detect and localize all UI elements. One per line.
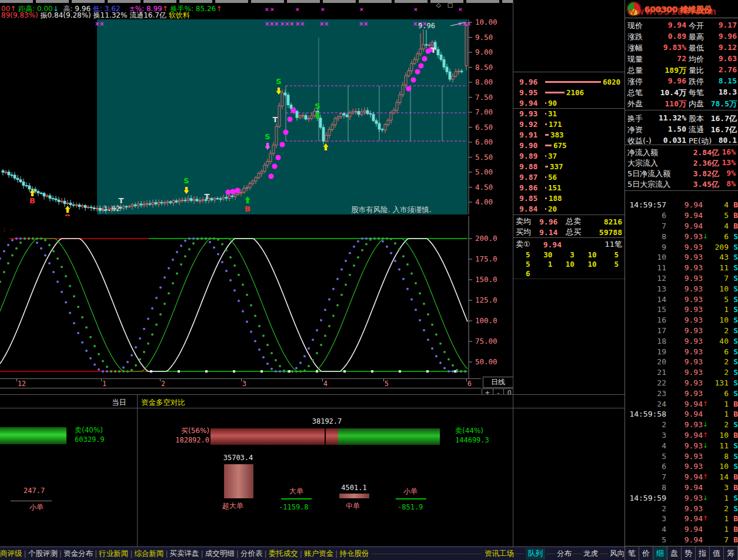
- tick-volume: 209: [710, 243, 729, 252]
- detail-tab-盘[interactable]: 盘: [667, 546, 682, 560]
- ladder-row[interactable]: 9.91383: [513, 129, 625, 140]
- tick-side: S: [729, 263, 738, 272]
- tab-队列[interactable]: 队列: [526, 548, 545, 559]
- kline-chart[interactable]: ××××××××××××××××××××BBTSTBSTSST9.96←3.62…: [0, 18, 513, 216]
- flow-row: 5日净流入额3.82亿9%: [625, 168, 738, 179]
- tab-个股评测[interactable]: 个股评测: [28, 549, 58, 559]
- tick-row: 59.938S: [625, 451, 738, 461]
- detail-tab-笔[interactable]: 笔: [625, 546, 639, 560]
- svg-text:×: ×: [300, 21, 305, 27]
- time-axis[interactable]: 12123456: [0, 378, 481, 388]
- ladder-row[interactable]: 9.966020: [513, 76, 625, 87]
- ladder-row[interactable]: 9.9331: [513, 108, 625, 119]
- info-label: 外盘: [627, 99, 643, 109]
- ladder-price: 9.87: [513, 173, 545, 182]
- tick-row: 99.93209S: [625, 242, 738, 252]
- tick-price: 9.94: [666, 200, 703, 209]
- left-small-val: 247.7: [24, 487, 45, 495]
- group-label: 大单: [289, 487, 303, 497]
- info-value: 9.83%: [650, 43, 686, 52]
- ladder-row[interactable]: 9.90675: [513, 140, 625, 150]
- tick-time: 5: [625, 452, 666, 461]
- tab-买卖详盘[interactable]: 买卖详盘: [170, 549, 199, 559]
- ladder-row[interactable]: 9.92171: [513, 119, 625, 129]
- ladder-volume: 31: [548, 109, 557, 118]
- detail-tab-筹[interactable]: 筹: [724, 546, 738, 560]
- svg-text:5.00: 5.00: [475, 167, 493, 176]
- ladder-row[interactable]: 9.8937: [513, 150, 625, 161]
- tick-volume: 10: [710, 431, 729, 440]
- tick-volume: 6: [710, 232, 729, 241]
- ladder-price: 9.85: [513, 194, 545, 203]
- tick-side: B: [729, 483, 738, 492]
- ladder-row[interactable]: 9.8420: [513, 203, 625, 214]
- tick-price: 9.93: [666, 295, 703, 304]
- info-row: 涨幅9.83%最低9.12: [625, 42, 738, 53]
- info-row: 现价9.94今开9.17: [625, 19, 738, 31]
- ladder-volume-bar: [545, 166, 548, 167]
- tick-price: 9.93: [666, 378, 703, 387]
- ladder-row[interactable]: 9.952106: [513, 87, 625, 98]
- group-label: 超大单: [222, 501, 243, 511]
- ladder-row[interactable]: 9.8756: [513, 172, 625, 182]
- tab-成交明细[interactable]: 成交明细: [205, 549, 235, 559]
- tick-direction-icon: ↓: [703, 494, 710, 502]
- detail-tab-势[interactable]: 势: [682, 546, 696, 560]
- ladder-volume-bar: [545, 145, 552, 146]
- detail-tab-细[interactable]: 细: [653, 546, 667, 560]
- ladder-row[interactable]: 9.86151: [513, 182, 625, 193]
- tab-商评级[interactable]: 商评级: [0, 549, 22, 559]
- detail-tab-价[interactable]: 价: [639, 546, 653, 560]
- tick-row: 169.9310S: [625, 315, 738, 326]
- tick-volume: 2: [710, 368, 729, 377]
- tick-volume: 7: [710, 535, 729, 544]
- info-row: 净资1.50流通16.7亿: [625, 123, 738, 135]
- tick-volume: 2: [710, 326, 729, 335]
- tick-side: S: [729, 305, 738, 314]
- period-daily-button[interactable]: 日线: [483, 377, 513, 388]
- ladder-row[interactable]: 9.9490: [513, 98, 625, 108]
- tab-分价表[interactable]: 分价表: [241, 549, 263, 559]
- tab-风向[interactable]: 风向: [610, 549, 625, 559]
- info-label: 每笔: [689, 88, 704, 98]
- tick-volume: 11: [710, 441, 729, 450]
- ladder-volume: 383: [550, 130, 564, 139]
- tick-time: 23: [625, 389, 666, 398]
- tab-龙虎[interactable]: 龙虎: [583, 549, 598, 559]
- tab-账户资金[interactable]: 账户资金: [304, 549, 333, 559]
- tab-委托成交[interactable]: 委托成交: [269, 549, 298, 559]
- tick-volume: 10: [710, 284, 729, 293]
- tab-资金分布[interactable]: 资金分布: [64, 549, 93, 559]
- tick-volume: 1: [710, 400, 729, 408]
- svg-text:×: ×: [363, 21, 368, 27]
- tick-direction-icon: ↑: [703, 515, 710, 522]
- tick-volume: 10: [710, 316, 729, 324]
- header-today[interactable]: 当日: [112, 398, 126, 408]
- group-label: 中单: [346, 501, 360, 511]
- window-control-icons[interactable]: ◇ □: [436, 2, 455, 8]
- detail-tab-指[interactable]: 指: [696, 546, 710, 560]
- info-value: 18.3: [706, 88, 737, 96]
- tab-news-factory[interactable]: 资讯工场: [485, 549, 514, 559]
- info-value: 0.89: [650, 32, 686, 41]
- oscillator-chart[interactable]: : -200.0175.0150.0125.0100.075.0050.00: [0, 216, 513, 378]
- tick-direction-icon: ↑: [703, 473, 710, 481]
- detail-tab-值[interactable]: 值: [710, 546, 724, 560]
- tab-行业新闻[interactable]: 行业新闻: [99, 549, 128, 559]
- info-value: 9.17: [706, 21, 737, 29]
- tab-分布[interactable]: 分布: [557, 549, 572, 559]
- signal-x-icon: ×: [295, 6, 300, 12]
- signal-x-icon: ×: [359, 6, 364, 12]
- tick-side: S: [729, 378, 738, 387]
- info-value: 16.7亿: [706, 113, 737, 124]
- header-fund-compare[interactable]: 资金多空对比: [141, 398, 185, 408]
- mid-tick-value: 38192.7: [303, 417, 350, 425]
- time-axis-label: 3: [242, 380, 246, 388]
- tab-综合新闻[interactable]: 综合新闻: [134, 549, 163, 559]
- tab-持仓股份[interactable]: 持仓股份: [339, 549, 369, 559]
- info-value: 72: [650, 54, 686, 63]
- ladder-row[interactable]: 9.85188: [513, 193, 625, 203]
- tick-row: 39.94↑10B: [625, 430, 738, 441]
- ladder-row[interactable]: 9.88337: [513, 161, 625, 172]
- info-value: 16.7亿: [706, 125, 737, 135]
